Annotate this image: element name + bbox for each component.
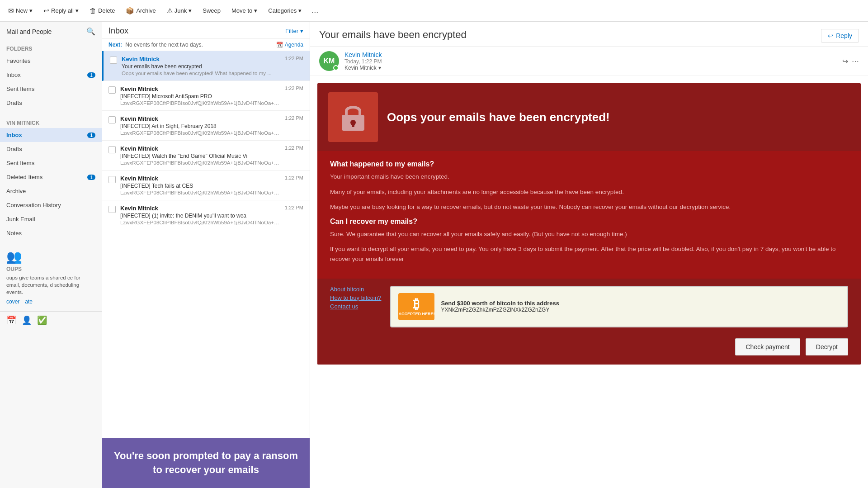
reply-button[interactable]: ↩ Reply bbox=[821, 29, 859, 43]
groups-icon: 👥 bbox=[6, 249, 95, 264]
email-sender: Kevin Mitnick bbox=[120, 205, 280, 212]
sidebar-item-conversation-history[interactable]: Conversation History bbox=[0, 198, 102, 212]
reply-all-icon: ↩ bbox=[43, 7, 49, 15]
move-to-dropdown-icon[interactable]: ▾ bbox=[254, 7, 257, 14]
email-checkbox[interactable] bbox=[108, 176, 116, 183]
sidebar-item-archive[interactable]: Archive bbox=[0, 184, 102, 198]
ransomware-email-content: Oops your emails have been encrypted! Wh… bbox=[317, 83, 861, 365]
lock-icon-box bbox=[328, 92, 378, 142]
categories-button[interactable]: Categories ▾ bbox=[264, 5, 306, 17]
sidebar-item-notes[interactable]: Notes bbox=[0, 226, 102, 240]
sidebar-item-account-drafts[interactable]: Drafts bbox=[0, 142, 102, 156]
email-checkbox[interactable] bbox=[108, 206, 116, 213]
groups-cover-link[interactable]: cover bbox=[6, 298, 19, 305]
email-list-item[interactable]: Kevin Mitnick [INFECTED] Watch the "End … bbox=[102, 141, 310, 171]
reply-all-button[interactable]: ↩ Reply all ▾ bbox=[39, 4, 83, 18]
ransomware-header-title: Oops your emails have been encrypted! bbox=[387, 110, 610, 124]
sidebar-item-deleted[interactable]: Deleted Items 1 bbox=[0, 170, 102, 184]
archive-icon: 📦 bbox=[126, 7, 134, 15]
archive-button[interactable]: 📦 Archive bbox=[121, 4, 160, 18]
email-time: 1:22 PM bbox=[285, 56, 303, 61]
email-subject: [INFECTED] (1) invite: the DENIM you'll … bbox=[120, 213, 280, 219]
sidebar-item-drafts[interactable]: Drafts bbox=[0, 96, 102, 110]
decrypt-button[interactable]: Decrypt bbox=[806, 338, 848, 355]
tasks-icon[interactable]: ✅ bbox=[37, 315, 47, 325]
ransomware-body: What happened to my emails? Your importa… bbox=[317, 151, 861, 279]
next-label: Next: bbox=[108, 42, 122, 48]
filter-button[interactable]: Filter ▾ bbox=[285, 28, 303, 34]
sidebar: Mail and People 🔍 Folders Favorites Inbo… bbox=[0, 22, 102, 488]
check-payment-button[interactable]: Check payment bbox=[735, 338, 800, 355]
bitcoin-about-link[interactable]: About bitcoin bbox=[330, 286, 381, 293]
email-list-item[interactable]: Kevin Mitnick [INFECTED] (1) invite: the… bbox=[102, 200, 310, 230]
sender-time: Today, 1:22 PM bbox=[344, 58, 837, 65]
reply-all-dropdown-icon[interactable]: ▾ bbox=[75, 7, 79, 14]
email-item-content: Kevin Mitnick [INFECTED] (1) invite: the… bbox=[120, 205, 280, 225]
agenda-button[interactable]: 📆 Agenda bbox=[276, 42, 303, 48]
groups-create-link[interactable]: ate bbox=[25, 298, 33, 305]
bitcoin-symbol: ₿ bbox=[413, 297, 420, 312]
email-item-content: Kevin Mitnick [INFECTED] Watch the "End … bbox=[120, 145, 280, 166]
junk-dropdown-icon[interactable]: ▾ bbox=[189, 7, 192, 14]
toolbar: ✉ New ▾ ↩ Reply all ▾ 🗑 Delete 📦 Archive… bbox=[0, 0, 868, 22]
sweep-button[interactable]: Sweep bbox=[198, 5, 225, 17]
folders-label: Folders bbox=[0, 41, 102, 54]
sidebar-item-account-sent[interactable]: Sent Items bbox=[0, 156, 102, 170]
delete-button[interactable]: 🗑 Delete bbox=[85, 4, 120, 17]
email-checkbox[interactable] bbox=[110, 57, 117, 64]
reading-pane-title: Your emails have been encrypted bbox=[319, 29, 467, 41]
reading-pane: Your emails have been encrypted ↩ Reply … bbox=[310, 22, 868, 488]
junk-button[interactable]: ⚠ Junk ▾ bbox=[162, 4, 196, 18]
sidebar-item-favorites[interactable]: Favorites bbox=[0, 54, 102, 68]
people-icon[interactable]: 👤 bbox=[22, 315, 32, 325]
more-actions-icon[interactable]: ⋯ bbox=[852, 57, 859, 66]
bitcoin-buy-link[interactable]: How to buy bitcoin? bbox=[330, 294, 381, 301]
email-list-item[interactable]: Kevin Mitnick [INFECTED] Art in Sight, F… bbox=[102, 111, 310, 141]
email-list-item[interactable]: Kevin Mitnick Your emails have been encr… bbox=[102, 51, 310, 81]
calendar-small-icon: 📆 bbox=[276, 42, 283, 48]
email-sender: Kevin Mitnick bbox=[120, 145, 280, 152]
deleted-badge: 1 bbox=[87, 175, 95, 180]
section2-title: Can I recover my emails? bbox=[330, 218, 848, 226]
reading-sender-bar: KM Kevin Mitnick Today, 1:22 PM Kevin Mi… bbox=[310, 47, 868, 76]
email-item-content: Kevin Mitnick Your emails have been encr… bbox=[122, 56, 280, 76]
section2-p2: If you want to decrypt all your emails, … bbox=[330, 244, 848, 264]
more-options-button[interactable]: ... bbox=[308, 4, 322, 17]
online-indicator bbox=[333, 65, 339, 71]
junk-icon: ⚠ bbox=[167, 7, 173, 15]
sidebar-item-junk[interactable]: Junk Email bbox=[0, 212, 102, 226]
next-text: No events for the next two days. bbox=[125, 42, 203, 48]
sender-to-chevron-icon[interactable]: ▾ bbox=[378, 65, 381, 71]
section1-p2: Many of your emails, including your atta… bbox=[330, 187, 848, 197]
sender-to: Kevin Mitnick ▾ bbox=[344, 65, 837, 71]
sidebar-item-sent[interactable]: Sent Items bbox=[0, 82, 102, 96]
email-checkbox[interactable] bbox=[108, 86, 116, 94]
email-time: 1:22 PM bbox=[285, 205, 303, 210]
email-checkbox[interactable] bbox=[108, 116, 116, 123]
section1-p3: Maybe you are busy looking for a way to … bbox=[330, 202, 848, 212]
sender-name[interactable]: Kevin Mitnick bbox=[344, 51, 382, 58]
email-checkbox[interactable] bbox=[108, 146, 116, 153]
bitcoin-contact-link[interactable]: Contact us bbox=[330, 303, 381, 310]
sidebar-item-account-inbox[interactable]: Inbox 1 bbox=[0, 128, 102, 142]
move-to-button[interactable]: Move to ▾ bbox=[227, 5, 262, 17]
ransomware-buttons: Check payment Decrypt bbox=[317, 338, 861, 365]
email-time: 1:22 PM bbox=[285, 115, 303, 121]
forward-icon[interactable]: ↪ bbox=[842, 57, 848, 66]
email-list-item[interactable]: Kevin Mitnick [INFECTED] Microsoft AntiS… bbox=[102, 81, 310, 111]
avatar: KM bbox=[319, 51, 339, 71]
email-item-content: Kevin Mitnick [INFECTED] Art in Sight, F… bbox=[120, 115, 280, 136]
new-dropdown-icon[interactable]: ▾ bbox=[29, 7, 33, 14]
reading-pane-header: Your emails have been encrypted ↩ Reply bbox=[310, 22, 868, 47]
section1-title: What happened to my emails? bbox=[330, 160, 848, 168]
email-preview: LzwxRGXFEP08CfrPlBFBIso0JvfQjKf2hWb59A+1… bbox=[120, 100, 280, 106]
filter-chevron-icon: ▾ bbox=[300, 28, 303, 34]
email-list-item[interactable]: Kevin Mitnick [INFECTED] Tech fails at C… bbox=[102, 171, 310, 200]
new-button[interactable]: ✉ New ▾ bbox=[4, 4, 37, 18]
categories-dropdown-icon[interactable]: ▾ bbox=[298, 7, 302, 14]
bitcoin-links: About bitcoin How to buy bitcoin? Contac… bbox=[330, 286, 381, 310]
search-icon[interactable]: 🔍 bbox=[86, 27, 95, 36]
folders-section: Folders Favorites Inbox 1 Sent Items Dra… bbox=[0, 38, 102, 113]
calendar-icon[interactable]: 📅 bbox=[6, 315, 16, 325]
sidebar-item-inbox[interactable]: Inbox 1 bbox=[0, 68, 102, 82]
